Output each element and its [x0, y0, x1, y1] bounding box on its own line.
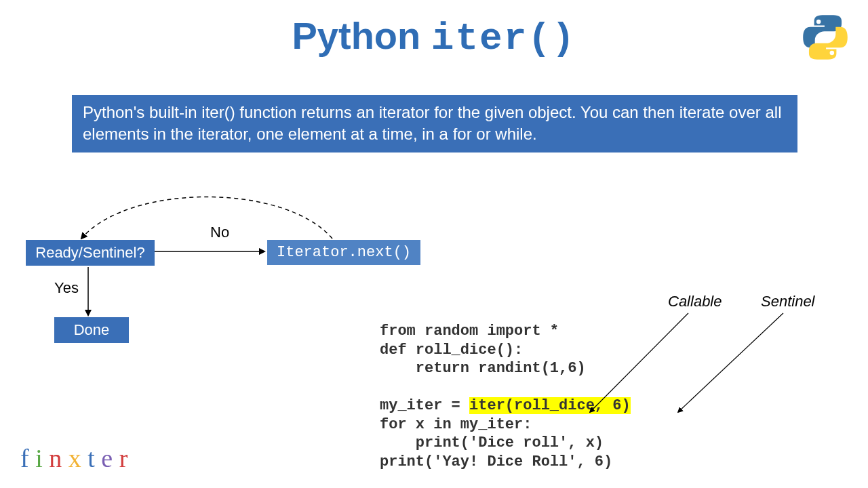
brand-letter-t: t: [87, 444, 95, 472]
code-line-2: def roll_dice():: [380, 342, 523, 359]
brand-letter-e: e: [101, 444, 113, 472]
code-line-8: print('Yay! Dice Roll', 6): [380, 453, 612, 470]
brand-letter-x: x: [68, 444, 81, 472]
code-example: from random import * def roll_dice(): re…: [380, 322, 631, 471]
code-highlight-iter-call: iter(roll_dice, 6): [469, 397, 631, 414]
brand-letter-f: f: [20, 444, 29, 472]
page-title: Python iter(): [0, 14, 868, 60]
flow-decision-box: Ready/Sentinel?: [26, 240, 155, 266]
svg-line-3: [678, 313, 783, 412]
flow-diagram: Ready/Sentinel? Iterator.next() Done No …: [14, 169, 488, 346]
annotation-sentinel: Sentinel: [761, 293, 815, 310]
finxter-brand: f i n x t e r: [20, 443, 127, 473]
code-line-6: for x in my_iter:: [380, 416, 532, 433]
code-line-7: print('Dice roll', x): [380, 434, 604, 451]
python-logo-icon: [802, 14, 849, 61]
flow-yes-label: Yes: [54, 279, 79, 297]
code-line-3: return randint(1,6): [380, 360, 586, 377]
description-box: Python's built-in iter() function return…: [72, 95, 797, 152]
flow-no-label: No: [210, 224, 229, 241]
brand-letter-r: r: [119, 444, 128, 472]
title-python: Python: [292, 14, 421, 57]
code-line-5a: my_iter =: [380, 397, 469, 414]
flow-iterator-next-box: Iterator.next(): [267, 240, 420, 265]
annotation-callable: Callable: [668, 293, 722, 310]
flow-done-box: Done: [54, 317, 129, 343]
brand-letter-n: n: [49, 444, 62, 472]
brand-letter-i: i: [35, 444, 43, 472]
code-line-1: from random import *: [380, 323, 559, 340]
title-iter: iter(): [431, 17, 576, 60]
